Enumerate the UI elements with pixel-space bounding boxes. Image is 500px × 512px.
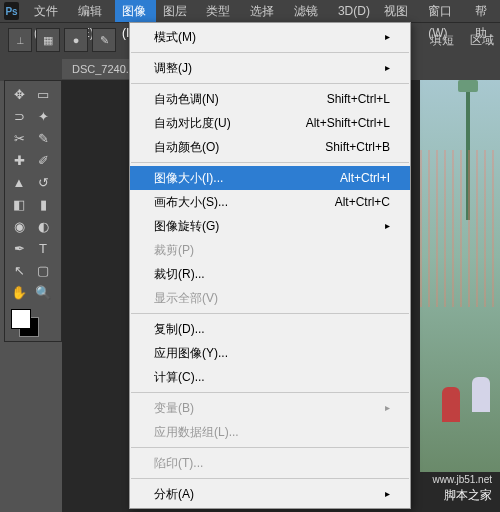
type-tool-icon[interactable]: T bbox=[31, 237, 55, 259]
optbar-label: 填短 bbox=[430, 32, 454, 49]
pen-tool-icon[interactable]: ✒ bbox=[7, 237, 31, 259]
lasso-tool-icon[interactable]: ⊃ bbox=[7, 105, 31, 127]
menu-7[interactable]: 3D(D) bbox=[331, 0, 377, 22]
stamp-tool-icon[interactable]: ▲ bbox=[7, 171, 31, 193]
menu-0[interactable]: 文件(F) bbox=[27, 0, 71, 22]
menu-item: 陷印(T)... bbox=[130, 451, 410, 475]
menu-item: 变量(B) bbox=[130, 396, 410, 420]
image-menu-dropdown: 模式(M)调整(J)自动色调(N)Shift+Ctrl+L自动对比度(U)Alt… bbox=[129, 22, 411, 509]
menu-2[interactable]: 图像(I) bbox=[115, 0, 156, 22]
menu-item[interactable]: 计算(C)... bbox=[130, 365, 410, 389]
document-image bbox=[420, 80, 500, 472]
path-tool-icon[interactable]: ↖ bbox=[7, 259, 31, 281]
menu-item[interactable]: 画布大小(S)...Alt+Ctrl+C bbox=[130, 190, 410, 214]
toggle-panels-icon[interactable]: ▦ bbox=[36, 28, 60, 52]
hand-tool-icon[interactable]: ✋ bbox=[7, 281, 31, 303]
gradient-tool-icon[interactable]: ▮ bbox=[31, 193, 55, 215]
dodge-tool-icon[interactable]: ◐ bbox=[31, 215, 55, 237]
zoom-tool-icon[interactable]: 🔍 bbox=[31, 281, 55, 303]
eyedropper-tool-icon[interactable]: ✎ bbox=[31, 127, 55, 149]
menu-1[interactable]: 编辑(E) bbox=[71, 0, 115, 22]
blur-tool-icon[interactable]: ◉ bbox=[7, 215, 31, 237]
heal-tool-icon[interactable]: ✚ bbox=[7, 149, 31, 171]
fg-color-swatch[interactable] bbox=[11, 309, 31, 329]
menu-item: 应用数据组(L)... bbox=[130, 420, 410, 444]
shape-tool-icon[interactable]: ▢ bbox=[31, 259, 55, 281]
brush-preset-icon[interactable]: ● bbox=[64, 28, 88, 52]
brush-settings-icon[interactable]: ✎ bbox=[92, 28, 116, 52]
menu-item: 显示全部(V) bbox=[130, 286, 410, 310]
menu-3[interactable]: 图层(L) bbox=[156, 0, 199, 22]
menu-9[interactable]: 窗口(W) bbox=[421, 0, 468, 22]
crop-tool-icon[interactable]: ✂ bbox=[7, 127, 31, 149]
menu-item[interactable]: 图像大小(I)...Alt+Ctrl+I bbox=[130, 166, 410, 190]
brush-tool-icon[interactable]: ✐ bbox=[31, 149, 55, 171]
app-logo: Ps bbox=[4, 2, 19, 20]
menu-item[interactable]: 调整(J) bbox=[130, 56, 410, 80]
menu-item[interactable]: 自动颜色(O)Shift+Ctrl+B bbox=[130, 135, 410, 159]
menu-6[interactable]: 滤镜(T) bbox=[287, 0, 331, 22]
menu-item[interactable]: 自动对比度(U)Alt+Shift+Ctrl+L bbox=[130, 111, 410, 135]
optbar-label-2: 区域 bbox=[470, 32, 494, 49]
move-tool-icon[interactable]: ✥ bbox=[7, 83, 31, 105]
menu-item[interactable]: 自动色调(N)Shift+Ctrl+L bbox=[130, 87, 410, 111]
menu-item[interactable]: 应用图像(Y)... bbox=[130, 341, 410, 365]
toolbox: ✥▭ ⊃✦ ✂✎ ✚✐ ▲↺ ◧▮ ◉◐ ✒T ↖▢ ✋🔍 bbox=[4, 80, 62, 342]
eraser-tool-icon[interactable]: ◧ bbox=[7, 193, 31, 215]
menu-item: 裁剪(P) bbox=[130, 238, 410, 262]
menu-item[interactable]: 模式(M) bbox=[130, 25, 410, 49]
wand-tool-icon[interactable]: ✦ bbox=[31, 105, 55, 127]
menubar: Ps 文件(F)编辑(E)图像(I)图层(L)类型(Y)选择(S)滤镜(T)3D… bbox=[0, 0, 500, 22]
menu-10[interactable]: 帮助 bbox=[468, 0, 500, 22]
menu-5[interactable]: 选择(S) bbox=[243, 0, 287, 22]
history-brush-icon[interactable]: ↺ bbox=[31, 171, 55, 193]
watermark: www.jb51.net 脚本之家 bbox=[433, 473, 492, 504]
menu-item[interactable]: 复制(D)... bbox=[130, 317, 410, 341]
menu-4[interactable]: 类型(Y) bbox=[199, 0, 243, 22]
menu-item[interactable]: 图像旋转(G) bbox=[130, 214, 410, 238]
menu-item[interactable]: 裁切(R)... bbox=[130, 262, 410, 286]
color-swatches[interactable] bbox=[7, 309, 59, 339]
tool-preset-icon[interactable]: ⟂ bbox=[8, 28, 32, 52]
marquee-tool-icon[interactable]: ▭ bbox=[31, 83, 55, 105]
menu-item[interactable]: 分析(A) bbox=[130, 482, 410, 506]
menu-8[interactable]: 视图(V) bbox=[377, 0, 421, 22]
